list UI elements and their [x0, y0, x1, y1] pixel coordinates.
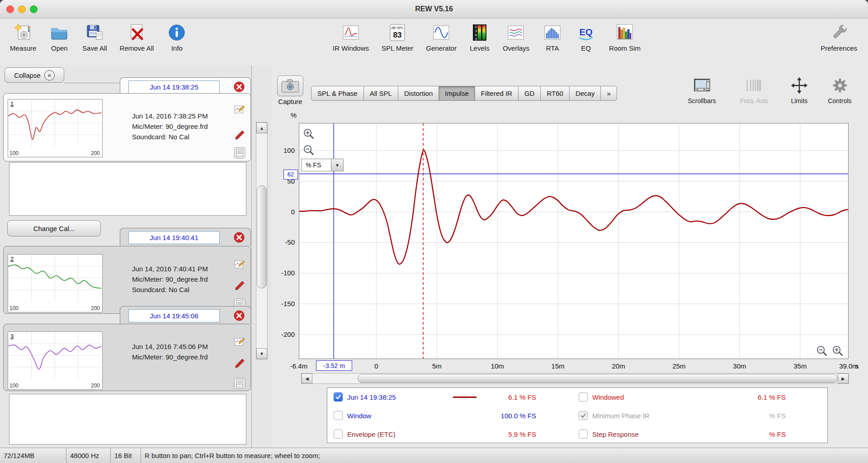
measurement-2-trace-color-button[interactable]: [234, 280, 245, 292]
tab-filtered-ir[interactable]: Filtered IR: [475, 86, 519, 101]
tab-impulse[interactable]: Impulse: [439, 86, 475, 101]
measurement-3-notes-input[interactable]: [9, 394, 246, 444]
measure-button[interactable]: Measure: [10, 22, 36, 52]
window-label[interactable]: Window: [347, 406, 371, 425]
measurement-3-body[interactable]: 3 100200 Jun 14, 2016 7:45:06 PM Mic/Met…: [3, 324, 251, 391]
freq-axis-toggle: Freq. Axis: [731, 76, 777, 104]
remove-all-label: Remove All: [120, 44, 154, 52]
controls-button[interactable]: Controls: [821, 76, 859, 104]
measurement-3-delete-button[interactable]: [233, 310, 245, 321]
measurement-1-date-input[interactable]: [128, 80, 220, 94]
change-cal-button[interactable]: Change Cal...: [7, 220, 101, 236]
windowed-checkbox[interactable]: [579, 392, 588, 402]
measurement-1-body[interactable]: 1 100200 Jun 14, 2016 7:38:25 PM Mic/Met…: [3, 93, 251, 161]
graph-horizontal-scrollbar[interactable]: ◀ ▶: [301, 373, 849, 384]
measurement-3-edit-button[interactable]: [234, 336, 245, 348]
scroll-left-button[interactable]: ◀: [302, 373, 312, 383]
measurement-trace-checkbox[interactable]: [334, 392, 343, 402]
window-checkbox[interactable]: [334, 411, 343, 420]
x-axis-tick: 5m: [421, 362, 453, 370]
measurement-3-trace-color-button[interactable]: [234, 358, 245, 369]
measurement-3-datetime: Jun 14, 2016 7:45:06 PM: [132, 341, 208, 352]
measurement-3-tab[interactable]: [120, 306, 251, 325]
measurement-1-delete-button[interactable]: [233, 81, 245, 93]
measurement-trace-label[interactable]: Jun 14 19:38:25: [347, 388, 396, 406]
x-axis-labels: s -6.4m05m10m15m20m25m30m35m39.0m: [299, 361, 868, 371]
zoom-in-y-button[interactable]: [303, 128, 315, 140]
impulse-plot[interactable]: [299, 123, 849, 359]
tab-gd[interactable]: GD: [518, 86, 541, 101]
graph-panel: Capture SPL & Phase All SPL Distortion I…: [271, 66, 868, 448]
levels-button[interactable]: 0369 Levels: [469, 22, 490, 52]
tab-distortion[interactable]: Distortion: [398, 86, 439, 101]
spl-meter-button[interactable]: dB SPL83 SPL Meter: [382, 22, 413, 52]
measurement-1-edit-button[interactable]: [234, 104, 245, 116]
scroll-up-button[interactable]: ▲: [256, 123, 267, 133]
tab-decay[interactable]: Decay: [569, 86, 601, 101]
measurement-1-notes-button[interactable]: [234, 147, 245, 159]
step-response-label[interactable]: Step Response: [592, 425, 639, 444]
measurement-2-mic: Mic/Meter: 90_degree.frd: [132, 274, 208, 284]
overlays-button[interactable]: Overlays: [503, 22, 529, 52]
measurement-2-body[interactable]: 2 100200 Jun 14, 2016 7:40:41 PM Mic/Met…: [3, 246, 251, 314]
x-axis-tick: 15m: [542, 362, 574, 370]
step-response-value: % FS: [715, 425, 786, 444]
scroll-down-button[interactable]: ▼: [256, 348, 267, 359]
envelope-etc-checkbox[interactable]: [334, 430, 343, 439]
magnifier-minus-icon: [303, 144, 315, 156]
measure-icon: [13, 22, 33, 43]
collapse-button[interactable]: Collapse «: [5, 67, 64, 83]
measurement-2-index: 2: [10, 255, 14, 262]
gear-icon: [830, 76, 850, 95]
zoom-out-y-button[interactable]: [303, 144, 315, 156]
measurement-2-date-input[interactable]: [128, 231, 220, 244]
open-button[interactable]: Open: [49, 22, 70, 52]
capture-button[interactable]: [277, 76, 303, 96]
spl-meter-label: SPL Meter: [382, 44, 413, 52]
x-axis-tick: -6.4m: [283, 362, 315, 370]
measurement-1-trace-color-button[interactable]: [234, 129, 245, 141]
tab-rt60[interactable]: RT60: [540, 86, 569, 101]
preferences-button[interactable]: Preferences: [821, 22, 857, 52]
zoom-out-x-button[interactable]: [816, 345, 828, 357]
x-axis-tick: 0: [360, 362, 392, 370]
step-response-checkbox[interactable]: [579, 430, 588, 439]
minimum-phase-ir-label[interactable]: Minimum Phase IR: [592, 406, 650, 425]
dropdown-arrow-icon[interactable]: ▼: [331, 159, 343, 171]
ir-windows-button[interactable]: IR Windows: [333, 22, 369, 52]
info-button[interactable]: Info: [166, 22, 187, 52]
tab-all-spl[interactable]: All SPL: [363, 86, 398, 101]
y-unit-selector[interactable]: % FS ▼: [301, 159, 344, 171]
measurement-2-tab[interactable]: [120, 228, 251, 246]
measurement-1-info: Jun 14, 2016 7:38:25 PM Mic/Meter: 90_de…: [132, 111, 208, 142]
limits-button[interactable]: Limits: [783, 76, 816, 104]
scrollbar-thumb[interactable]: [358, 374, 838, 383]
envelope-etc-label[interactable]: Envelope (ETC): [347, 425, 396, 444]
measurements-scrollbar[interactable]: ▲ ▼: [256, 122, 268, 359]
zoom-in-x-button[interactable]: [832, 345, 844, 357]
tab-spl-phase[interactable]: SPL & Phase: [311, 86, 364, 101]
eq-button[interactable]: EQ EQ: [576, 22, 596, 52]
svg-text:3: 3: [475, 29, 477, 33]
measurement-2-thumbnail: 2 100200: [8, 254, 103, 312]
measurement-2-edit-button[interactable]: [234, 259, 245, 271]
tab-more[interactable]: »: [600, 86, 617, 101]
scrollbars-toggle[interactable]: Scrollbars: [680, 76, 723, 104]
y-axis-tick: 0: [274, 208, 295, 217]
minimum-phase-ir-checkbox[interactable]: [579, 411, 588, 420]
measurement-3-date-input[interactable]: [128, 309, 220, 322]
measurement-3-notes-button[interactable]: [234, 378, 245, 389]
generator-button[interactable]: Generator: [426, 22, 457, 52]
measurement-2-delete-button[interactable]: [233, 232, 245, 243]
svg-text:6: 6: [475, 33, 477, 37]
measurement-1-notes-input[interactable]: [9, 162, 246, 216]
save-all-button[interactable]: Save All: [82, 22, 107, 52]
x-axis-tick: 10m: [481, 362, 513, 370]
scrollbar-thumb[interactable]: [257, 185, 267, 288]
collapse-label: Collapse: [14, 71, 40, 79]
remove-all-button[interactable]: Remove All: [120, 22, 154, 52]
rta-button[interactable]: RTA: [542, 22, 563, 52]
scroll-right-button[interactable]: ▶: [838, 373, 849, 383]
room-sim-button[interactable]: Room Sim: [609, 22, 641, 52]
windowed-label[interactable]: Windowed: [592, 388, 624, 406]
